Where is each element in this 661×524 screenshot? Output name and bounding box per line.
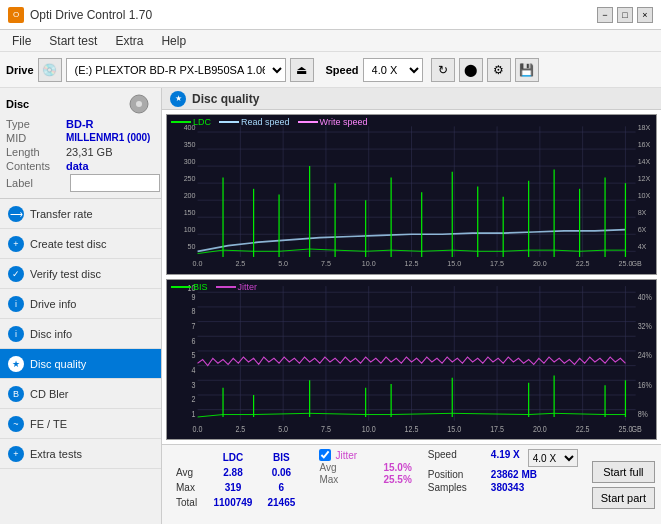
jitter-max-row: Max 25.5% [319, 474, 411, 485]
svg-text:4: 4 [192, 365, 197, 375]
contents-value: data [66, 160, 89, 172]
action-buttons: Start full Start part [586, 445, 661, 524]
nav-transfer-rate[interactable]: ⟶ Transfer rate [0, 199, 161, 229]
disc-quality-title: Disc quality [192, 92, 259, 106]
window-controls: − □ × [597, 7, 653, 23]
svg-text:12.5: 12.5 [405, 259, 419, 268]
jitter-checkbox[interactable] [319, 449, 331, 461]
start-part-button[interactable]: Start part [592, 487, 655, 509]
svg-text:15.0: 15.0 [447, 259, 461, 268]
disc-icon [123, 94, 155, 114]
nav-verify-test-disc-label: Verify test disc [30, 268, 101, 280]
avg-ldc-value: 2.88 [207, 466, 260, 479]
main-layout: Disc Type BD-R MID MILLENMR1 (000) Lengt… [0, 88, 661, 524]
svg-text:10.0: 10.0 [362, 424, 376, 434]
svg-text:0.0: 0.0 [193, 259, 203, 268]
mid-key: MID [6, 132, 66, 144]
verify-test-disc-icon: ✓ [8, 266, 24, 282]
speed-label: Speed [326, 64, 359, 76]
svg-text:0.0: 0.0 [193, 424, 203, 434]
speed-mode-select[interactable]: 4.0 X [528, 449, 578, 467]
svg-text:17.5: 17.5 [490, 424, 504, 434]
eject-button[interactable]: ⏏ [290, 58, 314, 82]
disc-info-icon: i [8, 326, 24, 342]
disc-quality-header: ★ Disc quality [162, 88, 661, 110]
svg-text:8: 8 [192, 307, 197, 317]
create-test-disc-icon: + [8, 236, 24, 252]
svg-text:12X: 12X [638, 174, 651, 183]
svg-text:300: 300 [184, 156, 196, 165]
length-value: 23,31 GB [66, 146, 112, 158]
menu-help[interactable]: Help [153, 32, 194, 50]
svg-text:GB: GB [632, 424, 642, 434]
close-button[interactable]: × [637, 7, 653, 23]
disc-contents-row: Contents data [6, 160, 155, 172]
speed-value: 4.19 X [491, 449, 520, 467]
nav-verify-test-disc[interactable]: ✓ Verify test disc [0, 259, 161, 289]
nav-drive-info[interactable]: i Drive info [0, 289, 161, 319]
nav-create-test-disc[interactable]: + Create test disc [0, 229, 161, 259]
start-full-button[interactable]: Start full [592, 461, 655, 483]
disc-panel: Disc Type BD-R MID MILLENMR1 (000) Lengt… [0, 88, 161, 199]
settings-icon-btn[interactable]: ⚙ [487, 58, 511, 82]
nav-extra-tests[interactable]: + Extra tests [0, 439, 161, 469]
titlebar-left: O Opti Drive Control 1.70 [8, 7, 152, 23]
stats-table-section: LDC BIS Avg 2.88 0.06 Max 319 6 Total [162, 445, 311, 524]
maximize-button[interactable]: □ [617, 7, 633, 23]
speed-select[interactable]: 4.0 X 2.0 X 1.0 X [363, 58, 423, 82]
read-speed-legend-dot [219, 121, 239, 123]
ldc-legend-dot [171, 121, 191, 123]
nav-fe-te-label: FE / TE [30, 418, 67, 430]
cd-bler-icon: B [8, 386, 24, 402]
nav-disc-info[interactable]: i Disc info [0, 319, 161, 349]
disc-label-row: Label ▶ [6, 174, 155, 192]
disc-quality-icon: ★ [8, 356, 24, 372]
write-speed-legend-dot [298, 121, 318, 123]
svg-text:100: 100 [184, 225, 196, 234]
app-title: Opti Drive Control 1.70 [30, 8, 152, 22]
svg-text:2: 2 [192, 395, 196, 405]
svg-text:2.5: 2.5 [235, 259, 245, 268]
speed-row: Speed 4.19 X 4.0 X [428, 449, 578, 467]
svg-text:22.5: 22.5 [576, 424, 590, 434]
svg-text:15.0: 15.0 [447, 424, 461, 434]
svg-text:6: 6 [192, 336, 197, 346]
svg-text:32%: 32% [638, 321, 652, 331]
save-button[interactable]: 💾 [515, 58, 539, 82]
type-key: Type [6, 118, 66, 130]
titlebar: O Opti Drive Control 1.70 − □ × [0, 0, 661, 30]
jitter-legend-item: Jitter [216, 282, 258, 292]
ldc-chart: LDC Read speed Write speed [166, 114, 657, 275]
svg-text:2.5: 2.5 [235, 424, 245, 434]
drive-select[interactable]: (E:) PLEXTOR BD-R PX-LB950SA 1.06 [66, 58, 286, 82]
menu-file[interactable]: File [4, 32, 39, 50]
svg-text:250: 250 [184, 174, 196, 183]
nav-disc-quality[interactable]: ★ Disc quality [0, 349, 161, 379]
drive-icon-btn[interactable]: 💿 [38, 58, 62, 82]
svg-text:8%: 8% [638, 409, 648, 419]
drive-info-icon: i [8, 296, 24, 312]
svg-text:4X: 4X [638, 242, 647, 251]
total-label: Total [172, 496, 205, 509]
ldc-legend-label: LDC [193, 117, 211, 127]
nav-drive-info-label: Drive info [30, 298, 76, 310]
svg-text:10X: 10X [638, 191, 651, 200]
disc-icon-btn[interactable]: ⬤ [459, 58, 483, 82]
menu-starttest[interactable]: Start test [41, 32, 105, 50]
svg-text:5.0: 5.0 [278, 259, 288, 268]
svg-text:22.5: 22.5 [576, 259, 590, 268]
menu-extra[interactable]: Extra [107, 32, 151, 50]
max-ldc-value: 319 [207, 481, 260, 494]
toolbar: Drive 💿 (E:) PLEXTOR BD-R PX-LB950SA 1.0… [0, 52, 661, 88]
position-row: Position 23862 MB [428, 469, 578, 480]
svg-text:9: 9 [192, 292, 196, 302]
refresh-button[interactable]: ↻ [431, 58, 455, 82]
bis-chart-legend: BIS Jitter [171, 282, 257, 292]
svg-text:350: 350 [184, 139, 196, 148]
svg-text:24%: 24% [638, 351, 652, 361]
nav-cd-bler[interactable]: B CD Bler [0, 379, 161, 409]
ldc-legend-item: LDC [171, 117, 211, 127]
nav-fe-te[interactable]: ~ FE / TE [0, 409, 161, 439]
label-input[interactable] [70, 174, 160, 192]
minimize-button[interactable]: − [597, 7, 613, 23]
